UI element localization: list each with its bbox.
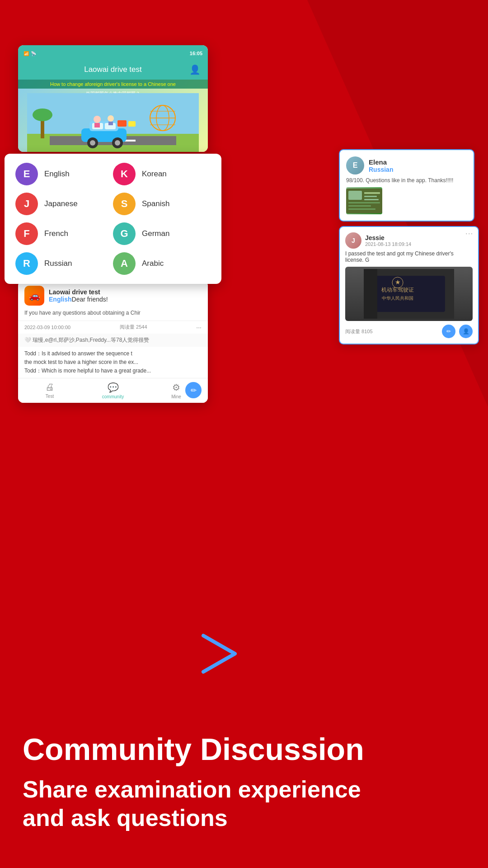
lang-badge-english: E (15, 163, 38, 185)
arrow-connector (199, 631, 253, 678)
jessie-date: 2021-08-13 18:09:14 (365, 241, 411, 247)
jessie-footer: 阅读量 8105 ✏ 👤 (345, 325, 473, 338)
community-meta: 2022-03-09 10:00:00 阅读量 2544 ··· (18, 321, 208, 334)
lang-label-english: English (44, 170, 70, 179)
jessie-avatar: J (345, 232, 361, 249)
jessie-header: J Jessie 2021-08-13 18:09:14 (345, 232, 473, 249)
community-reactions: 🤍 瑞慢,e@rl,郑萨沙,Pash,Freddy...等78人觉得很赞 (18, 334, 208, 347)
community-header: 🚗 Laowai drive test EnglishDear friends! (18, 280, 208, 309)
community-nav-icon: 💬 (108, 382, 119, 393)
comment-1: Todd：Is it advised to answer the sequenc… (24, 349, 202, 358)
svg-rect-31 (348, 202, 380, 203)
svg-text:机动车驾驶证: 机动车驾驶证 (381, 287, 414, 293)
community-title-highlight: English (49, 296, 72, 303)
community-post-body: If you have any questions about obtainin… (18, 309, 208, 321)
jessie-license-image: 机动车驾驶证 中华人民共和国 ★ (345, 267, 473, 321)
svg-rect-18 (108, 122, 113, 125)
cartoon-scene (27, 93, 199, 152)
lang-badge-german: G (113, 222, 136, 245)
user-icon: 👤 (189, 64, 201, 75)
svg-point-12 (115, 140, 120, 146)
lang-label-korean: Korean (142, 170, 167, 179)
reactions-text: 瑞慢,e@rl,郑萨沙,Pash,Freddy...等78人觉得很赞 (33, 337, 149, 343)
lang-item-french[interactable]: F French (15, 222, 113, 245)
phone-screenshot: 📶 📡 16:05 Laowai drive test 👤 How to cha… (18, 45, 208, 152)
edit-post-button[interactable]: ✏ (442, 325, 455, 338)
sub-heading-line1: Share examination experience (23, 776, 361, 802)
lang-badge-arabic: A (113, 252, 136, 275)
svg-rect-19 (117, 120, 127, 127)
test-nav-label: Test (46, 394, 54, 399)
svg-text:★: ★ (395, 278, 401, 286)
svg-rect-27 (348, 191, 362, 200)
more-options-icon[interactable]: ··· (196, 324, 202, 331)
lang-badge-french: F (15, 222, 38, 245)
network-icon: 📶 (23, 51, 29, 56)
nav-item-test[interactable]: 🖨 Test (18, 378, 81, 403)
lang-badge-spanish: S (113, 193, 136, 215)
lang-item-korean[interactable]: K Korean (113, 163, 211, 185)
lang-item-japanese[interactable]: J Japanese (15, 193, 113, 215)
lang-label-spanish: Spanish (142, 199, 169, 208)
svg-point-15 (94, 116, 101, 123)
review-header: E Elena Russian (346, 156, 467, 175)
svg-rect-29 (364, 196, 377, 197)
jessie-user-info: Jessie 2021-08-13 18:09:14 (365, 234, 411, 247)
lang-item-arabic[interactable]: A Arabic (113, 252, 211, 275)
bottom-text-section: Community Discussion Share examination e… (23, 732, 465, 832)
app-header: Laowai drive test 👤 (18, 61, 208, 80)
svg-text:中华人民共和国: 中华人民共和国 (382, 296, 413, 301)
review-user-info: Elena Russian (369, 158, 393, 173)
lang-item-spanish[interactable]: S Spanish (113, 193, 211, 215)
lang-item-english[interactable]: E English (15, 163, 113, 185)
svg-point-10 (90, 140, 95, 146)
elena-review-card: E Elena Russian 98/100. Questions like i… (339, 149, 474, 222)
app-title: Laowai drive test (84, 65, 142, 74)
chinese-license-svg: 机动车驾驶证 中华人民共和国 ★ (364, 269, 454, 319)
wifi-icon: 📡 (31, 51, 36, 56)
community-app-name: Laowai drive test (49, 288, 108, 296)
nav-item-community[interactable]: 💬 community (81, 378, 145, 403)
lang-badge-korean: K (113, 163, 136, 185)
license-card-svg (346, 189, 382, 213)
dots-menu[interactable]: ··· (465, 230, 474, 237)
svg-rect-36 (364, 269, 377, 319)
lang-badge-japanese: J (15, 193, 38, 215)
banner-area: How to change aforeign driver's license … (18, 80, 208, 152)
svg-rect-32 (348, 205, 371, 207)
community-nav-label: community (102, 394, 124, 399)
jessie-reads: 阅读量 8105 (345, 328, 373, 335)
lang-item-german[interactable]: G German (113, 222, 211, 245)
main-heading: Community Discussion (23, 732, 465, 766)
lang-item-russian[interactable]: R Russian (15, 252, 113, 275)
user-profile-button[interactable]: 👤 (459, 325, 473, 338)
comment-3: Todd：Which is more helpful to have a gre… (24, 367, 202, 375)
svg-rect-30 (364, 199, 379, 200)
community-post-info: Laowai drive test EnglishDear friends! (49, 288, 108, 303)
community-app-icon: 🚗 (24, 286, 44, 306)
mine-nav-icon: ⚙ (172, 382, 180, 393)
sub-heading: Share examination experience and ask que… (23, 775, 465, 832)
jessie-action-buttons: ✏ 👤 (442, 325, 473, 338)
lang-label-french: French (44, 229, 68, 238)
community-post-title: EnglishDear friends! (49, 296, 108, 303)
svg-rect-16 (94, 123, 100, 127)
lang-label-russian: Russian (44, 259, 72, 268)
community-reads: 阅读量 2544 (120, 324, 147, 330)
svg-rect-33 (348, 208, 375, 210)
svg-rect-35 (373, 276, 445, 312)
svg-rect-20 (128, 121, 136, 127)
community-comments: Todd：Is it advised to answer the sequenc… (18, 347, 208, 378)
arrow-svg (199, 631, 253, 676)
lang-label-arabic: Arabic (142, 259, 164, 268)
svg-rect-28 (364, 192, 380, 194)
status-time: 16:05 (190, 51, 202, 56)
lang-badge-russian: R (15, 252, 38, 275)
lang-label-german: German (142, 229, 169, 238)
status-bar: 📶 📡 16:05 (18, 45, 208, 61)
elena-name: Elena (369, 158, 393, 166)
elena-review-text: 98/100. Questions like in the app. Thank… (346, 177, 467, 184)
comment-2: the mock test to have a higher score in … (24, 358, 202, 367)
svg-point-6 (33, 108, 52, 121)
community-post-card: 🚗 Laowai drive test EnglishDear friends!… (18, 280, 208, 403)
